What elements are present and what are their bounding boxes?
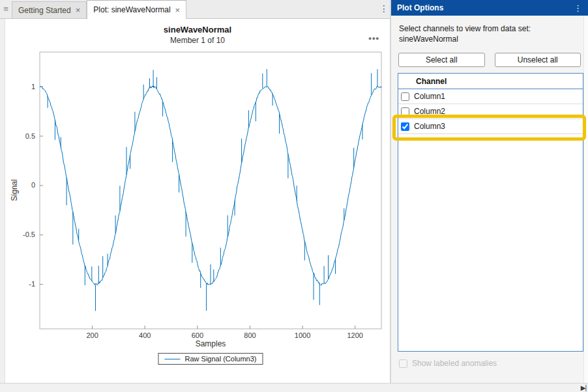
tab-overflow-menu-icon[interactable]: ⋮ — [379, 3, 389, 14]
svg-text:0.5: 0.5 — [25, 132, 35, 140]
row-label: Column3 — [414, 122, 445, 131]
channel-header-label: Channel — [416, 77, 447, 86]
show-anomalies-option: Show labeled anomalies — [399, 359, 497, 368]
description-line-1: Select channels to view from data set: — [399, 23, 580, 34]
left-edge-strip — [0, 19, 5, 383]
close-icon[interactable]: × — [76, 6, 81, 14]
plot-title: sineWaveNormal — [5, 25, 390, 35]
legend-label: Raw Signal (Column3) — [184, 355, 256, 363]
row-label: Column2 — [414, 107, 445, 116]
description-line-2: sineWaveNormal — [399, 34, 580, 44]
row-label: Column1 — [414, 92, 445, 101]
figure-panel: 20040060080010001200-1-0.500.51 sineWave… — [5, 19, 390, 382]
plot-subtitle: Member 1 of 10 — [5, 36, 390, 45]
tab-getting-started[interactable]: Getting Started × — [12, 1, 87, 18]
show-anomalies-checkbox — [399, 359, 407, 368]
table-row-column2[interactable]: Column2 — [398, 104, 583, 119]
plot-options-panel: Plot Options ⋮ Select channels to view f… — [391, 0, 588, 383]
tab-label: Plot: sineWaveNormal — [93, 5, 170, 14]
svg-text:1000: 1000 — [295, 331, 310, 339]
column3-checkbox[interactable] — [401, 122, 409, 131]
svg-text:200: 200 — [86, 331, 98, 339]
svg-text:1200: 1200 — [347, 331, 362, 339]
tab-plot-sinewavenormal[interactable]: Plot: sineWaveNormal × — [87, 0, 186, 19]
column2-checkbox[interactable] — [401, 107, 409, 116]
table-row-column1[interactable]: Column1 — [398, 89, 583, 104]
show-anomalies-label: Show labeled anomalies — [412, 359, 497, 368]
selection-buttons: Select all Unselect all — [391, 44, 588, 67]
svg-text:-0.5: -0.5 — [23, 231, 35, 238]
panel-scrollbar[interactable] — [583, 16, 588, 383]
channel-table-header: Channel — [398, 74, 583, 89]
panel-header: Plot Options ⋮ — [391, 0, 588, 16]
panel-menu-icon[interactable]: ⋮ — [574, 3, 582, 13]
svg-text:1: 1 — [31, 83, 35, 91]
x-axis-label: Samples — [196, 339, 226, 348]
svg-text:0: 0 — [31, 181, 35, 189]
svg-text:800: 800 — [244, 331, 256, 339]
skip-to-end-icon[interactable]: ▶| — [581, 384, 586, 392]
table-row-column3[interactable]: Column3 — [398, 119, 583, 134]
svg-text:-1: -1 — [29, 280, 35, 288]
grip-icon[interactable]: ≡ — [0, 0, 12, 18]
column1-checkbox[interactable] — [401, 92, 409, 101]
panel-description: Select channels to view from data set: s… — [391, 16, 588, 44]
panel-title: Plot Options — [397, 3, 443, 12]
plot-canvas[interactable]: 20040060080010001200-1-0.500.51 — [5, 19, 390, 382]
svg-text:600: 600 — [192, 331, 203, 339]
axes-toolbar-ellipsis-icon[interactable]: ••• — [368, 33, 379, 43]
tab-label: Getting Started — [18, 6, 71, 15]
y-axis-label: Signal — [10, 179, 19, 201]
select-all-button[interactable]: Select all — [398, 53, 485, 67]
unselect-all-button[interactable]: Unselect all — [495, 53, 581, 67]
plot-legend: Raw Signal (Column3) — [158, 353, 263, 365]
svg-text:400: 400 — [139, 331, 151, 339]
close-icon[interactable]: × — [175, 6, 181, 14]
tab-bar: ≡ Getting Started × Plot: sineWaveNormal… — [0, 0, 390, 19]
app-window: ≡ Getting Started × Plot: sineWaveNormal… — [0, 0, 588, 392]
channel-table: Channel Column1 Column2 Column3 — [398, 73, 583, 352]
bottom-scroll-bar: ▶| — [0, 383, 588, 392]
legend-line-sample-icon — [164, 359, 180, 359]
